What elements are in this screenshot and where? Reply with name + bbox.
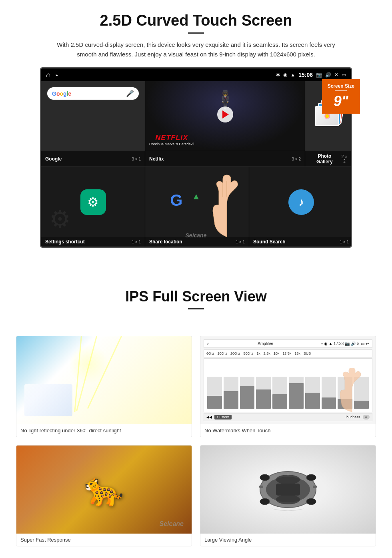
music-label-name: Sound Search xyxy=(253,239,286,245)
maps-app-cell[interactable]: G ▲ xyxy=(145,167,249,237)
svg-point-8 xyxy=(276,495,300,504)
google-label: Google 3 × 1 xyxy=(41,151,145,167)
status-time: 15:06 xyxy=(298,72,313,78)
svg-point-14 xyxy=(260,498,270,505)
google-label-size: 3 × 1 xyxy=(132,157,141,161)
section1-description: With 2.5D curved-display screen, this de… xyxy=(56,40,336,59)
sunlight-visual xyxy=(16,336,192,424)
eq-bar-3 xyxy=(240,377,255,409)
maps-label: Share location 1 × 1 xyxy=(145,237,249,247)
title-divider xyxy=(188,32,204,34)
home-icon[interactable]: ⌂ xyxy=(46,71,50,79)
music-icon: ♪ xyxy=(288,189,314,215)
settings-label-name: Settings shortcut xyxy=(45,239,85,245)
mic-icon[interactable]: 🎤 xyxy=(126,90,134,97)
bluetooth-icon: ✱ xyxy=(276,72,280,78)
window-icon: ▭ xyxy=(342,72,346,78)
netflix-label-overlay: NETFLIX Continue Marvel's Daredevil xyxy=(149,134,194,146)
netflix-label-size: 3 × 2 xyxy=(292,157,301,161)
photo-label-size: 2 × 2 xyxy=(340,155,349,163)
settings-label: Settings shortcut 1 × 1 xyxy=(41,237,145,247)
section-ips-screen: IPS Full Screen View xyxy=(0,280,392,328)
cheetah-watermark: Seicane xyxy=(160,520,184,528)
eq-bar-4 xyxy=(256,377,271,409)
cheetah-caption: Super Fast Response xyxy=(16,534,192,546)
screen-size-badge: Screen Size 9" xyxy=(322,79,360,114)
usb-icon: ⌁ xyxy=(55,72,58,78)
device-screen: ⌂ ⌁ ✱ ◉ ▲ 15:06 📷 🔊 ✕ ▭ xyxy=(40,67,352,248)
section-curved-screen: 2.5D Curved Touch Screen With 2.5D curve… xyxy=(0,0,392,256)
netflix-app-cell[interactable]: 🕴 NETFLIX Continue Marvel's Daredevil xyxy=(145,81,305,151)
eq-bar-1 xyxy=(207,377,222,409)
image-card-equalizer: ⌂ Amplifier ▪ ◉ ▲ 17:33 📷 🔊 ✕ ▭ ↩ 60hz10… xyxy=(200,336,376,437)
netflix-play-button[interactable] xyxy=(217,106,233,122)
location-icon: ◉ xyxy=(283,72,287,78)
settings-icon: ⚙ xyxy=(80,189,106,215)
svg-point-15 xyxy=(306,498,316,505)
badge-title: Screen Size xyxy=(328,83,354,89)
car-top-view-svg xyxy=(248,466,328,514)
hand-pointing-svg xyxy=(205,173,249,237)
eq-home-icon: ⌂ xyxy=(207,341,210,346)
status-bar-left: ⌂ ⌁ xyxy=(46,71,58,79)
app-grid-row1: Google 🎤 🕴 NETFLI xyxy=(41,81,351,151)
screen-reflection xyxy=(24,384,72,416)
google-app-cell[interactable]: Google 🎤 xyxy=(41,81,145,151)
cheetah-icon: 🐆 xyxy=(84,471,124,508)
eq-bar-2 xyxy=(224,377,238,409)
svg-rect-9 xyxy=(276,484,300,496)
eq-footer: ◀◀ Custom loudness ○ xyxy=(204,413,372,421)
eq-bar-8 xyxy=(322,377,336,409)
music-app-cell[interactable]: ♪ xyxy=(249,167,352,237)
status-bar-right: ✱ ◉ ▲ 15:06 📷 🔊 ✕ ▭ xyxy=(276,72,346,78)
section-divider-line xyxy=(16,268,376,268)
maps-g-icon: G xyxy=(170,191,182,209)
device-mockup: Screen Size 9" ⌂ ⌁ ✱ ◉ ▲ 15:06 📷 🔊 ✕ xyxy=(40,67,352,248)
badge-divider xyxy=(335,90,347,91)
close-icon: ✕ xyxy=(334,72,338,78)
svg-point-7 xyxy=(276,475,300,484)
sunlight-caption: No light reflecting under 360° direct su… xyxy=(16,424,192,437)
eq-freq-labels: 60hz100hz200hz500hz1k2.5k10k12.5k15kSUB xyxy=(204,349,372,357)
car-caption: Large Viewing Angle xyxy=(200,534,376,546)
status-bar: ⌂ ⌁ ✱ ◉ ▲ 15:06 📷 🔊 ✕ ▭ xyxy=(41,68,351,81)
svg-rect-11 xyxy=(313,486,317,488)
image-grid: No light reflecting under 360° direct su… xyxy=(0,328,392,554)
eq-bars-container xyxy=(204,358,372,412)
netflix-brand: NETFLIX xyxy=(149,134,194,142)
image-card-sunlight: No light reflecting under 360° direct su… xyxy=(16,336,192,437)
section1-title: 2.5D Curved Touch Screen xyxy=(24,12,368,29)
play-triangle xyxy=(222,110,229,118)
eq-bar-7 xyxy=(305,377,320,409)
photo-label-name: Photo Gallery xyxy=(309,153,340,165)
svg-point-12 xyxy=(260,474,270,481)
image-card-cheetah: 🐆 Seicane Super Fast Response xyxy=(16,445,192,546)
google-search-bar[interactable]: Google 🎤 xyxy=(47,87,139,100)
music-label: Sound Search 1 × 1 xyxy=(249,237,352,247)
badge-size-value: 9" xyxy=(328,93,354,110)
volume-icon: 🔊 xyxy=(325,72,331,78)
section2-title: IPS Full Screen View xyxy=(24,288,368,305)
bg-circle-1: ⚙ xyxy=(49,205,71,233)
gear-icon: ⚙ xyxy=(87,195,99,210)
music-label-size: 1 × 1 xyxy=(340,240,349,244)
photo-label: Photo Gallery 2 × 2 xyxy=(305,151,352,167)
eq-header: ⌂ Amplifier ▪ ◉ ▲ 17:33 📷 🔊 ✕ ▭ ↩ xyxy=(204,339,372,348)
app-labels-row1: Google 3 × 1 Netflix 3 × 2 Photo Gallery… xyxy=(41,151,351,167)
equalizer-visual: ⌂ Amplifier ▪ ◉ ▲ 17:33 📷 🔊 ✕ ▭ ↩ 60hz10… xyxy=(200,336,376,424)
wifi-icon: ▲ xyxy=(290,72,295,78)
settings-label-size: 1 × 1 xyxy=(132,240,141,244)
maps-label-name: Share location xyxy=(149,239,182,245)
app-grid-row2: ⚙ ⚙ G ▲ xyxy=(41,167,351,237)
eq-time: ▪ ◉ ▲ 17:33 📷 🔊 ✕ ▭ ↩ xyxy=(321,341,369,346)
car-visual xyxy=(200,446,376,534)
cheetah-visual: 🐆 Seicane xyxy=(16,446,192,534)
settings-app-cell[interactable]: ⚙ ⚙ xyxy=(41,167,145,237)
eq-bar-6 xyxy=(289,377,304,409)
google-logo: Google xyxy=(52,90,71,97)
music-note-icon: ♪ xyxy=(298,196,304,209)
netflix-subtitle: Continue Marvel's Daredevil xyxy=(149,142,194,146)
eq-hand-svg xyxy=(336,368,368,412)
eq-bar-5 xyxy=(272,377,287,409)
app-labels-row2: Settings shortcut 1 × 1 Share location 1… xyxy=(41,237,351,247)
